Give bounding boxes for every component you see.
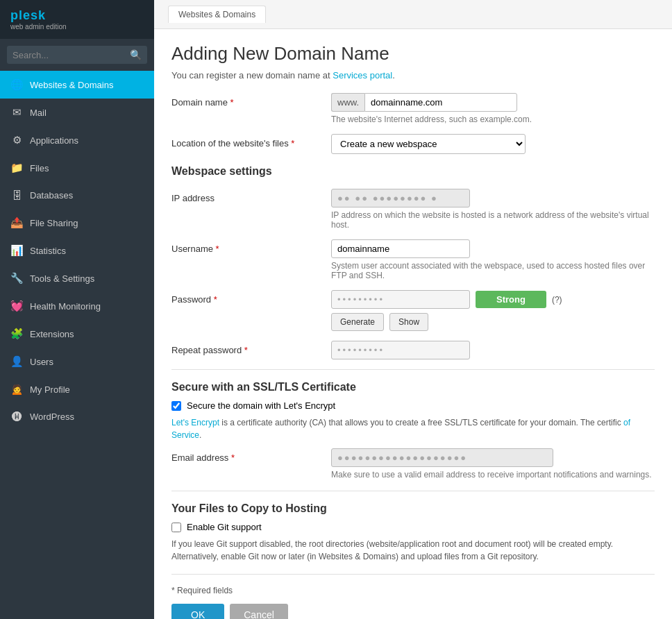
ok-button[interactable]: OK — [171, 604, 224, 619]
nav-icon-file-sharing: 📤 — [10, 217, 23, 229]
ip-hint: IP address on which the website is hoste… — [331, 210, 655, 230]
nav-label-health-monitoring: Health Monitoring — [30, 301, 101, 312]
ssl-heading: Secure with an SSL/TLS Certificate — [171, 381, 655, 393]
repeat-password-input[interactable] — [331, 341, 470, 359]
nav-icon-my-profile: 🙍 — [10, 383, 23, 396]
main-content: Websites & Domains Adding New Domain Nam… — [154, 0, 672, 619]
nav-label-wordpress: WordPress — [30, 412, 74, 422]
plesk-logo: plesk — [10, 8, 67, 23]
username-hint: System user account associated with the … — [331, 261, 655, 280]
nav-icon-websites-domains: 🌐 — [10, 78, 23, 91]
strength-indicator: Strong — [476, 291, 546, 308]
email-value: ●●●●●●●●●●●●●●●●●●● — [331, 448, 553, 467]
password-label: Password * — [171, 290, 331, 305]
intro-text: You can register a new domain name at Se… — [171, 70, 655, 80]
sidebar-item-databases[interactable]: 🗄 Databases — [0, 182, 154, 209]
webspace-section-heading: Webspace settings — [171, 165, 655, 180]
ssl-section: Secure with an SSL/TLS Certificate Secur… — [171, 381, 655, 480]
search-box[interactable]: 🔍 — [7, 46, 147, 64]
nav-label-tools-settings: Tools & Settings — [30, 273, 94, 284]
nav-label-extensions: Extensions — [30, 329, 74, 339]
cancel-button[interactable]: Cancel — [230, 604, 288, 619]
sidebar-item-files[interactable]: 📁 Files — [0, 154, 154, 182]
email-field: ●●●●●●●●●●●●●●●●●●● Make sure to use a v… — [331, 448, 655, 480]
password-input[interactable] — [331, 290, 470, 309]
sidebar-item-statistics[interactable]: 📊 Statistics — [0, 237, 154, 264]
domain-name-row: Domain name * www. The website's Interne… — [171, 93, 655, 124]
ssl-description: Let's Encrypt is a certificate authority… — [171, 416, 655, 441]
git-checkbox-label: Enable Git support — [187, 522, 262, 532]
nav-icon-wordpress: 🅦 — [10, 411, 23, 423]
sidebar-item-wordpress[interactable]: 🅦 WordPress — [0, 403, 154, 430]
sidebar-item-extensions[interactable]: 🧩 Extensions — [0, 320, 154, 348]
nav-label-file-sharing: File Sharing — [30, 218, 78, 228]
domain-name-field: www. The website's Internet address, suc… — [331, 93, 655, 124]
lets-encrypt-link[interactable]: Let's Encrypt — [171, 418, 219, 427]
nav-label-websites-domains: Websites & Domains — [30, 80, 113, 90]
domain-hint: The website's Internet address, such as … — [331, 115, 655, 124]
nav-label-files: Files — [30, 163, 49, 173]
email-row: Email address * ●●●●●●●●●●●●●●●●●●● Make… — [171, 448, 655, 480]
location-field: Create a new webspace Use existing websp… — [331, 134, 655, 154]
username-field: System user account associated with the … — [331, 239, 655, 280]
ssl-checkbox-label: Secure the domain with Let's Encrypt — [187, 400, 335, 411]
sidebar-item-websites-domains[interactable]: 🌐 Websites & Domains — [0, 71, 154, 99]
search-input[interactable] — [12, 50, 130, 60]
nav-label-users: Users — [30, 357, 53, 367]
password-row: Password * Strong (?) Generate Show — [171, 290, 655, 331]
nav-icon-users: 👤 — [10, 355, 23, 368]
domain-prefix: www. — [331, 93, 364, 112]
repeat-password-label: Repeat password * — [171, 341, 331, 355]
sidebar-item-users[interactable]: 👤 Users — [0, 348, 154, 375]
domain-name-label: Domain name * — [171, 93, 331, 108]
location-select[interactable]: Create a new webspace Use existing websp… — [331, 134, 526, 154]
sidebar-item-applications[interactable]: ⚙ Applications — [0, 126, 154, 154]
repeat-password-row: Repeat password * — [171, 341, 655, 359]
sidebar-item-mail[interactable]: ✉ Mail — [0, 99, 154, 126]
search-icon: 🔍 — [130, 49, 142, 60]
location-row: Location of the website's files * Create… — [171, 134, 655, 154]
username-label: Username * — [171, 239, 331, 254]
email-label: Email address * — [171, 448, 331, 463]
git-heading: Your Files to Copy to Hosting — [171, 502, 655, 515]
sidebar: plesk web admin edition 🔍 🌐 Websites & D… — [0, 0, 154, 619]
services-portal-link[interactable]: Services portal — [333, 70, 392, 80]
username-input[interactable] — [331, 239, 470, 258]
sidebar-item-file-sharing[interactable]: 📤 File Sharing — [0, 209, 154, 237]
domain-input[interactable] — [364, 93, 517, 112]
nav-label-statistics: Statistics — [30, 246, 66, 256]
sidebar-item-health-monitoring[interactable]: 💓 Health Monitoring — [0, 292, 154, 320]
ip-value: ●● ●● ●●●●●●●● ● — [331, 189, 470, 207]
nav-icon-extensions: 🧩 — [10, 328, 23, 340]
generate-button[interactable]: Generate — [331, 313, 384, 331]
git-checkbox[interactable] — [171, 523, 181, 532]
ip-address-row: IP address ●● ●● ●●●●●●●● ● IP address o… — [171, 189, 655, 230]
git-section: Your Files to Copy to Hosting Enable Git… — [171, 502, 655, 563]
password-help-link[interactable]: (?) — [552, 295, 562, 305]
required-note: * Required fields — [171, 586, 655, 595]
nav-icon-mail: ✉ — [10, 106, 23, 119]
nav-label-applications: Applications — [30, 135, 78, 146]
email-hint: Make sure to use a valid email address t… — [331, 470, 655, 480]
sidebar-item-my-profile[interactable]: 🙍 My Profile — [0, 375, 154, 403]
ip-field: ●● ●● ●●●●●●●● ● IP address on which the… — [331, 189, 655, 230]
username-row: Username * System user account associate… — [171, 239, 655, 280]
nav-icon-health-monitoring: 💓 — [10, 300, 23, 312]
nav-icon-files: 📁 — [10, 162, 23, 174]
breadcrumb-bar: Websites & Domains — [154, 0, 672, 29]
nav-label-databases: Databases — [30, 190, 73, 201]
action-buttons: OK Cancel — [171, 604, 655, 619]
password-field: Strong (?) Generate Show — [331, 290, 655, 331]
show-button[interactable]: Show — [389, 313, 428, 331]
ip-label: IP address — [171, 189, 331, 203]
ssl-checkbox-row: Secure the domain with Let's Encrypt — [171, 400, 655, 411]
nav-icon-statistics: 📊 — [10, 244, 23, 257]
ssl-checkbox[interactable] — [171, 401, 181, 411]
nav-icon-tools-settings: 🔧 — [10, 272, 23, 285]
repeat-password-field — [331, 341, 655, 359]
plesk-edition: web admin edition — [10, 23, 67, 31]
sidebar-header: plesk web admin edition — [0, 0, 154, 39]
breadcrumb-tab[interactable]: Websites & Domains — [168, 6, 266, 23]
sidebar-item-tools-settings[interactable]: 🔧 Tools & Settings — [0, 264, 154, 292]
git-description: If you leave Git support disabled, the r… — [171, 538, 655, 563]
